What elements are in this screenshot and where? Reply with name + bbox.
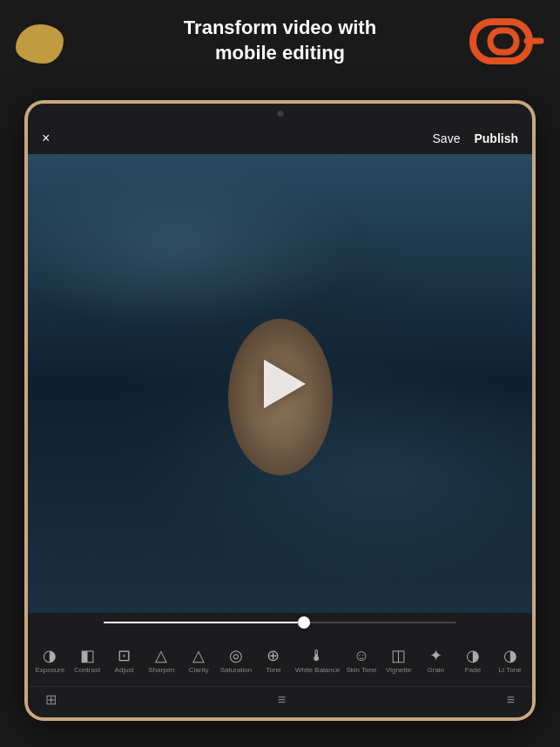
tool-item-fade[interactable]: ◑Fade <box>457 648 489 674</box>
tool-item-exposure[interactable]: ◑Exposure <box>34 648 65 674</box>
tool-icon-4: △ <box>192 648 205 663</box>
tool-icon-3: △ <box>155 648 167 663</box>
tool-icon-7: 🌡 <box>309 648 325 663</box>
filter-slider-bar <box>28 613 532 632</box>
tool-icon-5: ◎ <box>229 648 243 663</box>
grid-icon[interactable]: ⊞ <box>45 691 57 708</box>
bottom-nav: ⊞ ≡ ≡ <box>28 686 532 712</box>
tool-icon-6: ⊕ <box>267 648 280 663</box>
tool-label-9: Vignette <box>386 666 411 674</box>
tool-item-tone[interactable]: ⊕Tone <box>258 648 289 674</box>
tool-icon-0: ◑ <box>43 648 57 663</box>
tool-label-7: White Balance <box>295 666 341 674</box>
tool-label-1: Contrast <box>74 666 100 674</box>
tool-item-white-balance[interactable]: 🌡White Balance <box>295 648 341 674</box>
tool-label-6: Tone <box>266 666 280 674</box>
tool-icon-10: ✦ <box>429 648 442 663</box>
tool-label-10: Grain <box>428 666 445 674</box>
tablet-device: × Save Publish ◑Exposure◧Contrast⊡Adjust… <box>24 100 536 721</box>
video-area[interactable] <box>28 154 532 613</box>
top-bar: × Save Publish <box>28 123 532 154</box>
tool-icon-12: ◑ <box>503 648 517 663</box>
tool-label-12: Lt Tone <box>499 666 522 674</box>
tool-item-sharpen[interactable]: △Sharpen <box>145 648 177 674</box>
tool-icon-1: ◧ <box>80 648 95 663</box>
slider-thumb[interactable] <box>298 616 310 629</box>
tool-label-4: Clarity <box>189 666 209 674</box>
camera-dot <box>277 111 283 117</box>
tool-item-clarity[interactable]: △Clarity <box>183 648 214 674</box>
tool-icon-11: ◑ <box>466 648 480 663</box>
tool-icon-2: ⊡ <box>118 648 131 663</box>
tool-item-saturation[interactable]: ◎Saturation <box>220 648 252 674</box>
tool-item-vignette[interactable]: ◫Vignette <box>383 648 415 674</box>
page-title: Transform video with mobile editing <box>0 16 560 65</box>
publish-button[interactable]: Publish <box>474 131 518 145</box>
bottom-toolbar: ◑Exposure◧Contrast⊡Adjust△Sharpen△Clarit… <box>28 632 532 686</box>
tablet-screen: × Save Publish ◑Exposure◧Contrast⊡Adjust… <box>28 104 532 717</box>
adjust-nav-icon[interactable]: ≡ <box>507 692 515 708</box>
tool-item-contrast[interactable]: ◧Contrast <box>71 648 103 674</box>
tool-label-11: Fade <box>465 666 481 674</box>
save-button[interactable]: Save <box>433 131 461 145</box>
slider-fill <box>104 622 298 623</box>
tool-label-5: Saturation <box>220 666 252 674</box>
page-title-area: Transform video with mobile editing <box>0 16 560 65</box>
close-button[interactable]: × <box>42 131 50 146</box>
tool-item-grain[interactable]: ✦Grain <box>420 648 451 674</box>
slider-track[interactable] <box>104 622 456 623</box>
tool-label-2: Adjust <box>115 666 134 674</box>
tool-item-lt-tone[interactable]: ◑Lt Tone <box>495 648 526 674</box>
tool-label-8: Skin Tone <box>346 666 376 674</box>
top-bar-actions: Save Publish <box>433 131 518 145</box>
tool-label-3: Sharpen <box>148 666 174 674</box>
filter-nav-icon[interactable]: ≡ <box>278 692 286 708</box>
tool-item-adjust[interactable]: ⊡Adjust <box>109 648 140 674</box>
tool-icon-9: ◫ <box>391 648 406 663</box>
tool-item-skin-tone[interactable]: ☺Skin Tone <box>346 648 377 674</box>
tool-label-0: Exposure <box>35 666 64 674</box>
tool-icon-8: ☺ <box>354 648 369 663</box>
play-button[interactable] <box>264 360 306 408</box>
video-preview <box>28 154 532 613</box>
